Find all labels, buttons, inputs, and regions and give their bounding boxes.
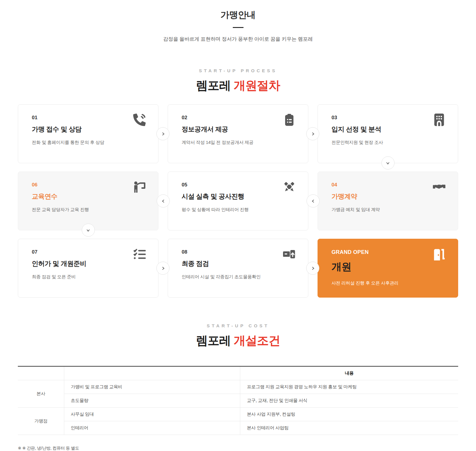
building-icon [433,114,445,126]
card-description: 평수 및 상황에 따라 인테리어 진행 [182,207,294,213]
cost-heading-accent: 개설조건 [234,334,280,347]
arrow-right-circle [306,127,319,140]
arrow-right-circle [306,262,319,275]
card-description: 전문인력지원 및 현장 조사 [332,140,444,145]
card-description: 인테리어 시설 및 각종집기 초도물품확인 [182,274,294,280]
arrow-down-circle [381,156,395,169]
card-number: 01 [32,115,144,121]
process-heading: 렘포레 개원절차 [0,77,476,94]
process-card-07: 07 인허가 및 개원준비 최종 점검 및 오픈 준비 [18,239,158,298]
card-description: 사전 리허설 진행 후 오픈 사후관리 [332,280,444,286]
process-card-03: 03 입지 선정 및 분석 전문인력지원 및 현장 조사 [318,104,458,163]
card-description: 계약서 작성 14일 전 정보공개서 제공 [182,140,294,145]
process-card-06: 06 교육연수 전문 교육 담당자가 교육 진행 [18,172,158,230]
table-row: 초도물량 교구, 교재, 전단 및 인쇄물 서식 [18,394,458,407]
checklist-icon [133,248,146,260]
chevron-left-icon [311,199,315,203]
header-cell-group [18,366,64,380]
process-card-02: 02 정보공개서 제공 계약서 작성 14일 전 정보공개서 제공 [168,104,308,163]
arrow-left-circle [157,194,170,208]
arrow-left-circle [307,194,320,208]
card-title: 정보공개서 제공 [182,125,294,134]
process-card-05: 05 시설 실측 및 공사진행 평수 및 상황에 따라 인테리어 진행 [168,172,308,230]
chevron-right-icon [311,266,315,270]
chevron-right-icon [161,132,165,136]
card-number: 07 [32,249,144,255]
chevron-down-icon [386,161,390,165]
teacher-board-icon [133,181,146,193]
card-description: 전문 교육 담당자가 교육 진행 [32,207,144,213]
item-cell: 사무실 임대 [64,407,240,421]
content-cell: 본사 인테리어 사업팀 [240,421,458,435]
chevron-left-icon [161,199,165,203]
title-divider [233,27,244,28]
cost-eyebrow: START-UP COST [0,323,476,328]
startup-process-section: START-UP PROCESS 렘포레 개원절차 01 가맹 접수 및 상담 … [0,68,476,298]
card-description: 최종 점검 및 오픈 준비 [32,274,144,280]
item-cell: 초도물량 [64,394,240,407]
chevron-down-icon [86,228,90,232]
table-header-row: 내용 [18,366,458,380]
card-title: 최종 점검 [182,259,294,268]
card-number: 05 [182,182,294,188]
content-cell: 본사 사업 지원부, 컨설팅 [240,407,458,421]
item-cell: 인테리어 [64,421,240,435]
process-cards-grid: 01 가맹 접수 및 상담 전화 및 홈페이지를 통한 문의 후 상담 02 정… [18,104,458,298]
process-eyebrow: START-UP PROCESS [0,68,476,73]
box-upload-icon [283,248,296,260]
startup-cost-section: START-UP COST 렘포레 개설조건 내용 본사 가맹비 및 프로그램 … [0,323,476,451]
item-cell: 가맹비 및 프로그램 교육비 [64,380,240,394]
page-title: 가맹안내 [0,9,476,21]
cost-table: 내용 본사 가맹비 및 프로그램 교육비 프로그램 지원 교육지원 경영 노하우… [18,366,458,435]
cost-heading: 렘포레 개설조건 [0,332,476,349]
card-title: 개원 [332,260,444,274]
card-title: 가맹 접수 및 상담 [32,125,144,134]
process-heading-brand: 렘포레 [196,79,231,92]
cost-footnote: ※ ※ 간판, 냉/난방, 컴퓨터 등 별도 [18,446,458,451]
card-number: 04 [332,182,444,188]
header-cell-item [64,366,240,380]
card-title: 가맹계약 [332,192,444,201]
group-label: 가맹점 [18,407,64,435]
process-card-grand-open: GRAND OPEN 개원 사전 리허설 진행 후 오픈 사후관리 [318,239,458,298]
card-title: 인허가 및 개원준비 [32,259,144,268]
franchise-guide-page: 가맹안내 감정을 올바르게 표현하며 정서가 풍부한 아이로 꿈을 키우는 렘포… [0,0,476,451]
group-label: 본사 [18,380,64,407]
process-heading-accent: 개원절차 [234,79,280,92]
card-title: 입지 선정 및 분석 [332,125,444,134]
content-cell: 교구, 교재, 전단 및 인쇄물 서식 [240,394,458,407]
handshake-icon [433,181,445,193]
clipboard-list-icon [283,114,296,126]
page-header: 가맹안내 감정을 올바르게 표현하며 정서가 풍부한 아이로 꿈을 키우는 렘포… [0,9,476,43]
arrow-right-circle [156,262,169,275]
card-title: 교육연수 [32,192,144,201]
process-card-08: 08 최종 점검 인테리어 시설 및 각종집기 초도물품확인 [168,239,308,298]
header-cell-content: 내용 [240,366,458,380]
process-card-01: 01 가맹 접수 및 상담 전화 및 홈페이지를 통한 문의 후 상담 [18,104,158,163]
card-description: 가맹금 예치 및 임대 계약 [332,207,444,213]
card-number: 08 [182,249,294,255]
phone-volume-icon [133,114,146,126]
card-label: GRAND OPEN [332,249,444,255]
construction-tools-icon [283,181,296,193]
chevron-right-icon [311,132,315,136]
table-row: 인테리어 본사 인테리어 사업팀 [18,421,458,435]
chevron-right-icon [161,266,165,270]
door-open-icon [433,248,445,260]
card-description: 전화 및 홈페이지를 통한 문의 후 상담 [32,140,144,145]
arrow-right-circle [156,127,169,140]
table-row: 가맹점 사무실 임대 본사 사업 지원부, 컨설팅 [18,407,458,421]
card-number: 02 [182,115,294,121]
card-title: 시설 실측 및 공사진행 [182,192,294,201]
cost-heading-brand: 렘포레 [196,334,231,347]
cost-table-wrap: 내용 본사 가맹비 및 프로그램 교육비 프로그램 지원 교육지원 경영 노하우… [18,366,458,435]
card-number: 06 [32,182,144,188]
arrow-down-circle [82,224,95,237]
page-subtitle: 감정을 올바르게 표현하며 정서가 풍부한 아이로 꿈을 키우는 렘포레 [0,36,476,43]
process-card-04: 04 가맹계약 가맹금 예치 및 임대 계약 [318,172,458,230]
table-row: 본사 가맹비 및 프로그램 교육비 프로그램 지원 교육지원 경영 노하우 지원… [18,380,458,394]
card-number: 03 [332,115,444,121]
content-cell: 프로그램 지원 교육지원 경영 노하우 지원 홍보 및 마케팅 [240,380,458,394]
